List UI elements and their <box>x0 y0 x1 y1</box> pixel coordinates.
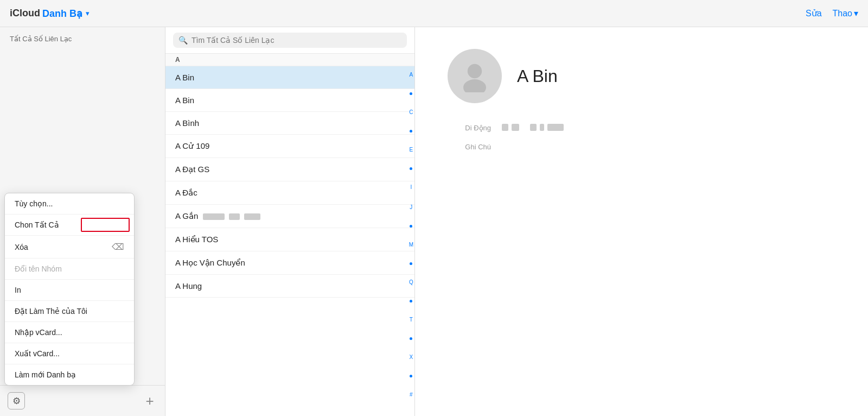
contact-row[interactable]: A Hung <box>165 275 414 298</box>
contact-row[interactable]: A Bin <box>165 66 414 89</box>
contact-name: A Hung <box>175 281 405 291</box>
contact-name: A Cử 109 <box>175 141 405 151</box>
dropdown-label-xuat-vcard: Xuất vCard... <box>15 349 60 358</box>
svg-point-3 <box>463 79 486 92</box>
alpha-e[interactable]: E <box>409 147 413 153</box>
alpha-dot <box>410 225 412 228</box>
alpha-i[interactable]: I <box>409 185 413 190</box>
contact-list: A A Bin A Bin A Bình A Cử 109 A Đạt GS A… <box>165 54 414 416</box>
avatar <box>448 49 502 103</box>
contact-name: A Học Vận Chuyển <box>175 258 405 268</box>
alpha-dot <box>410 375 412 377</box>
sua-button[interactable]: Sửa <box>806 8 822 18</box>
dropdown-label-tuy-chon: Tùy chọn... <box>15 199 53 208</box>
dropdown-menu: Tùy chọn... Chon Tất Cả <box>4 193 135 386</box>
blurred-data <box>244 213 260 220</box>
contact-row[interactable]: A Đạt GS <box>165 158 414 181</box>
thao-label: Thao <box>833 9 852 18</box>
contact-name: A Bin <box>175 73 405 82</box>
dropdown-item-tuy-chon[interactable]: Tùy chọn... <box>5 193 134 215</box>
avatar-person-icon <box>458 60 491 92</box>
add-icon: + <box>145 393 154 409</box>
dropdown-item-xuat-vcard[interactable]: Xuất vCard... <box>5 343 134 364</box>
sidebar-footer: ⚙ + <box>0 385 165 416</box>
detail-field-note: Ghi Chú <box>448 142 835 151</box>
contact-panel: 🔍 A A Bin A Bin A Bình A Cử 109 A Đạt GS <box>165 27 415 416</box>
svg-point-2 <box>468 64 482 78</box>
contact-name: A Bình <box>175 118 405 128</box>
all-contacts-label[interactable]: Tất Cả Số Liên Lạc <box>0 27 165 47</box>
dropdown-label-nhap-vcard: Nhập vCard... <box>15 328 62 337</box>
add-contact-button[interactable]: + <box>142 393 157 408</box>
alpha-q[interactable]: Q <box>409 280 413 285</box>
blurred-data <box>229 213 240 220</box>
detail-top: A Bin <box>448 49 835 103</box>
dropdown-item-xoa[interactable]: Xóa ⌫ <box>5 236 134 259</box>
blurred-phone <box>547 124 564 131</box>
dropdown-label-lam-moi: Làm mới Danh bạ <box>15 370 76 379</box>
dropdown-label-dat-lam-the: Đặt Làm Thẻ của Tôi <box>15 307 87 316</box>
header: iCloud Danh Bạ ▾ Sửa Thao ▾ <box>0 0 868 27</box>
alpha-dot <box>410 300 412 302</box>
dropdown-label-doi-ten-nhom: Đổi tên Nhóm <box>15 264 62 273</box>
blurred-phone <box>502 124 508 131</box>
gear-button[interactable]: ⚙ <box>8 392 25 409</box>
contact-row[interactable]: A Cử 109 <box>165 135 414 158</box>
alpha-index: A C E I J M Q T X # <box>409 54 413 416</box>
alpha-t[interactable]: T <box>409 317 413 323</box>
blurred-data <box>203 213 225 220</box>
field-mobile-label: Di Động <box>448 123 491 132</box>
contact-row[interactable]: A Gắn <box>165 205 414 228</box>
contact-row[interactable]: A Bình <box>165 112 414 135</box>
alpha-j[interactable]: J <box>409 205 413 210</box>
alpha-m[interactable]: M <box>409 242 413 248</box>
alpha-dot <box>410 130 412 133</box>
alpha-dot <box>410 92 412 95</box>
blurred-phone <box>530 124 537 131</box>
contact-row[interactable]: A Đắc <box>165 181 414 205</box>
icloud-label: iCloud <box>10 8 40 19</box>
gear-icon: ⚙ <box>12 395 21 407</box>
thao-caret-icon: ▾ <box>854 8 858 18</box>
contact-name: A Gắn <box>175 211 405 221</box>
contact-name: A Bin <box>175 96 405 105</box>
alpha-x[interactable]: X <box>409 355 413 360</box>
contact-row[interactable]: A Bin <box>165 89 414 112</box>
dropdown-item-in[interactable]: In <box>5 280 134 301</box>
search-input-wrap: 🔍 <box>173 33 407 48</box>
app-title[interactable]: Danh Bạ <box>42 8 82 20</box>
dropdown-item-dat-lam-the[interactable]: Đặt Làm Thẻ của Tôi <box>5 301 134 322</box>
red-highlight-box <box>81 218 130 232</box>
dropdown-item-chon-tat-ca[interactable]: Chon Tất Cả <box>5 215 134 236</box>
field-mobile-value <box>502 123 564 132</box>
contact-row[interactable]: A Học Vận Chuyển <box>165 251 414 275</box>
sidebar: Tất Cả Số Liên Lạc Tùy chọn... Chon Tất … <box>0 27 165 416</box>
search-input[interactable] <box>192 36 401 45</box>
title-caret-icon[interactable]: ▾ <box>86 9 90 17</box>
dropdown-label-xoa: Xóa <box>15 243 28 251</box>
thao-button[interactable]: Thao ▾ <box>833 8 858 18</box>
dropdown-item-lam-moi[interactable]: Làm mới Danh bạ <box>5 364 134 385</box>
dropdown-item-doi-ten-nhom: Đổi tên Nhóm <box>5 259 134 280</box>
alpha-dot <box>410 262 412 265</box>
contact-row[interactable]: A Hiểu TOS <box>165 228 414 251</box>
alpha-hash[interactable]: # <box>409 392 413 398</box>
header-left: iCloud Danh Bạ ▾ <box>10 8 90 20</box>
field-note-label: Ghi Chú <box>448 142 491 151</box>
dropdown-label-chon-tat-ca: Chon Tất Cả <box>15 220 59 229</box>
search-bar: 🔍 <box>165 27 414 54</box>
dropdown-label-in: In <box>15 286 21 294</box>
alpha-c[interactable]: C <box>409 110 413 115</box>
dropdown-item-nhap-vcard[interactable]: Nhập vCard... <box>5 322 134 343</box>
detail-panel: A Bin Di Động Ghi Chú <box>415 27 868 416</box>
search-icon: 🔍 <box>178 36 188 45</box>
contact-name: A Hiểu TOS <box>175 235 405 244</box>
contact-detail-name: A Bin <box>517 66 558 86</box>
delete-icon: ⌫ <box>112 242 124 252</box>
alpha-dot <box>410 167 412 170</box>
alpha-dot <box>410 337 412 340</box>
alpha-a[interactable]: A <box>409 72 413 78</box>
contact-name: A Đạt GS <box>175 165 405 174</box>
blurred-phone <box>512 124 519 131</box>
main-layout: Tất Cả Số Liên Lạc Tùy chọn... Chon Tất … <box>0 27 868 416</box>
